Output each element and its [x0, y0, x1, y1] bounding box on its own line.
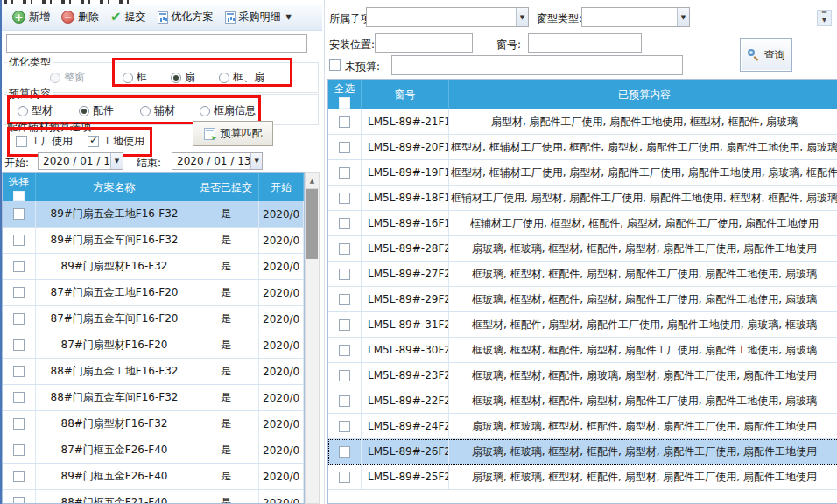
window-table-row[interactable]: LM5L-89#-16F15框辅材工厂使用, 框型材, 框配件, 扇型材, 扇配…	[328, 211, 837, 236]
submit-button[interactable]: ✔ 提交	[109, 8, 148, 26]
row-checkbox[interactable]	[13, 471, 25, 482]
submitted-cell: 是	[193, 280, 259, 305]
row-checkbox[interactable]	[339, 142, 350, 153]
plan-table-row[interactable]: 89#门扇五金车间F16-F32是2020/0	[3, 228, 304, 254]
row-checkbox[interactable]	[13, 208, 25, 220]
no-budget-input[interactable]	[391, 55, 683, 75]
select-all-checkbox[interactable]	[13, 191, 25, 201]
radio-icon	[171, 73, 181, 83]
row-checkbox[interactable]	[339, 319, 350, 331]
window-table-row[interactable]: LM5L-89#-30F28框玻璃, 框型材, 框配件, 扇型材, 扇配件工厂使…	[328, 338, 837, 363]
plan-table-row[interactable]: 87#门框五金F26-F40是2020/0	[3, 438, 304, 464]
window-table-row[interactable]: LM5L-89#-26F24扇玻璃, 框玻璃, 框型材, 框配件, 扇型材, 扇…	[328, 439, 837, 465]
add-button[interactable]: + 新增	[11, 8, 52, 26]
radio-icon	[200, 106, 210, 116]
column-header-window-no[interactable]: 窗号	[362, 80, 449, 109]
delete-button[interactable]: − 删除	[60, 8, 101, 26]
row-checkbox[interactable]	[339, 421, 350, 432]
end-date-picker[interactable]: 2020 / 01 / 13 ▼	[172, 152, 263, 170]
row-checkbox[interactable]	[13, 366, 25, 377]
radio-sash[interactable]: 扇	[171, 70, 195, 85]
window-table-row[interactable]: LM5L-89#-27F25框玻璃, 框型材, 框配件, 扇型材, 扇配件工厂使…	[328, 262, 837, 287]
select-all-header[interactable]: 选择	[3, 173, 36, 201]
radio-frame-sash[interactable]: 框、扇	[219, 70, 264, 85]
purchase-detail-button[interactable]: 采购明细 ▼	[223, 8, 293, 26]
window-table-row[interactable]: LM5L-89#-24F22扇玻璃, 框玻璃, 框型材, 框配件, 扇型材, 扇…	[328, 414, 837, 439]
column-header-submitted[interactable]: 是否已提交	[193, 173, 259, 201]
query-button[interactable]: 查询	[740, 38, 792, 72]
radio-frame[interactable]: 框	[123, 70, 147, 85]
row-checkbox[interactable]	[339, 116, 350, 128]
row-checkbox[interactable]	[339, 218, 350, 229]
row-checkbox[interactable]	[339, 269, 350, 280]
chevron-down-icon[interactable]: ▼	[677, 8, 689, 26]
checkbox-factory-use[interactable]: 工厂使用	[16, 134, 73, 149]
sub-item-dropdown[interactable]: ▼	[366, 7, 529, 27]
row-checkbox[interactable]	[13, 261, 25, 272]
row-checkbox[interactable]	[13, 313, 25, 325]
row-checkbox[interactable]	[339, 167, 350, 178]
plan-table-row[interactable]: 89#门框五金F26-F40是2020/0	[3, 464, 304, 490]
column-header-start[interactable]: 开始	[259, 173, 304, 201]
plan-table-scrollbar[interactable]: ▲	[305, 172, 320, 504]
row-checkbox[interactable]	[339, 472, 350, 483]
row-checkbox[interactable]	[13, 340, 25, 351]
window-type-dropdown[interactable]: ▼	[581, 7, 690, 27]
column-header-plan-name[interactable]: 方案名称	[36, 173, 193, 201]
row-checkbox[interactable]	[339, 294, 350, 305]
row-checkbox[interactable]	[13, 444, 25, 456]
window-no-input[interactable]	[528, 33, 642, 53]
start-date-picker[interactable]: 2020 / 01 / 1 ▼	[38, 152, 123, 170]
radio-profile[interactable]: 型材	[18, 103, 53, 118]
row-checkbox[interactable]	[13, 287, 25, 298]
plan-table-row[interactable]: 89#门扇型材F16-F32是2020/0	[3, 254, 304, 280]
row-checkbox[interactable]	[13, 418, 25, 430]
optimize-plan-button[interactable]: 优化方案	[156, 8, 215, 26]
chevron-down-icon[interactable]: ▼	[516, 8, 528, 26]
plan-table-row[interactable]: 88#门扇型材F16-F32是2020/0	[3, 411, 304, 438]
window-table-row[interactable]: LM5L-89#-18F16框辅材工厂使用, 扇型材, 扇配件工厂使用, 扇配件…	[328, 186, 837, 211]
radio-frame-sash-info[interactable]: 框扇信息	[200, 103, 256, 118]
window-table-row[interactable]: LM5L-89#-21F19扇型材, 扇配件工厂使用, 扇配件工地使用, 框型材…	[328, 109, 837, 135]
install-position-input[interactable]	[375, 33, 473, 53]
window-table-row[interactable]: LM5L-89#-22F20框玻璃, 框型材, 框配件, 扇型材, 扇配件工厂使…	[328, 388, 837, 414]
plan-table-row[interactable]: 88#门框五金F21-F40是2020/0	[3, 490, 304, 504]
row-checkbox[interactable]	[339, 396, 350, 407]
plan-search-input[interactable]	[6, 34, 307, 53]
plan-table-row[interactable]: 87#门扇型材F16-F20是2020/0	[3, 332, 304, 359]
window-table-row[interactable]: LM5L-89#-31F29框型材, 框配件, 扇型材, 扇配件工厂使用, 扇配…	[328, 312, 837, 338]
chevron-down-icon[interactable]: ▼	[110, 153, 123, 169]
radio-accessory[interactable]: 配件	[79, 103, 114, 118]
scrollbar-thumb[interactable]	[306, 189, 318, 259]
plan-table-row[interactable]: 89#门扇五金工地F16-F32是2020/0	[3, 201, 304, 228]
row-checkbox[interactable]	[339, 345, 350, 356]
chevron-down-icon[interactable]: ▼	[250, 153, 262, 169]
row-select-cell	[328, 439, 362, 464]
window-table-row[interactable]: LM5L-89#-20F18框型材, 框辅材工厂使用, 框配件, 扇型材, 扇配…	[328, 135, 837, 160]
check-all-checkbox[interactable]	[339, 97, 350, 108]
row-checkbox[interactable]	[13, 234, 25, 246]
plan-table-row[interactable]: 87#门扇五金车间F16-F20是2020/0	[3, 306, 304, 332]
check-all-header[interactable]: 全选	[328, 80, 362, 109]
budget-match-button[interactable]: 预算匹配	[193, 121, 273, 146]
no-budget-checkbox[interactable]	[329, 60, 341, 71]
checkbox-site-use[interactable]: 工地使用	[88, 134, 144, 149]
radio-auxiliary[interactable]: 辅材	[140, 103, 175, 118]
column-header-budgeted-content[interactable]: 已预算内容	[449, 80, 837, 109]
row-checkbox[interactable]	[339, 446, 350, 458]
scroll-up-icon[interactable]: ▲	[306, 173, 319, 189]
row-checkbox[interactable]	[339, 243, 350, 255]
window-table-row[interactable]: LM5L-89#-25F23扇玻璃, 框玻璃, 框型材, 框配件, 扇型材, 扇…	[328, 465, 837, 490]
window-table-row[interactable]: LM5L-89#-23F21框玻璃, 框型材, 框配件, 扇玻璃, 扇型材, 扇…	[328, 363, 837, 388]
window-table-row[interactable]: LM5L-89#-28F26扇玻璃, 框玻璃, 框型材, 框配件, 扇型材, 扇…	[328, 236, 837, 262]
row-checkbox[interactable]	[13, 392, 25, 403]
plan-table-row[interactable]: 87#门扇五金工地F16-F20是2020/0	[3, 280, 304, 306]
row-checkbox[interactable]	[339, 192, 350, 204]
plan-table-row[interactable]: 88#门扇五金工地F16-F32是2020/0	[3, 359, 304, 385]
row-checkbox[interactable]	[13, 497, 25, 504]
window-table-row[interactable]: LM5L-89#-29F27框玻璃, 框型材, 框配件, 扇型材, 扇配件工厂使…	[328, 287, 837, 312]
plan-table-row[interactable]: 88#门扇五金车间F16-F32是2020/0	[3, 385, 304, 411]
toolbar-overflow-button[interactable]: ▔▼	[817, 10, 832, 26]
window-table-row[interactable]: LM5L-89#-19F17框型材, 框辅材工厂使用, 扇型材, 扇配件工厂使用…	[328, 160, 837, 186]
row-checkbox[interactable]	[339, 370, 350, 382]
